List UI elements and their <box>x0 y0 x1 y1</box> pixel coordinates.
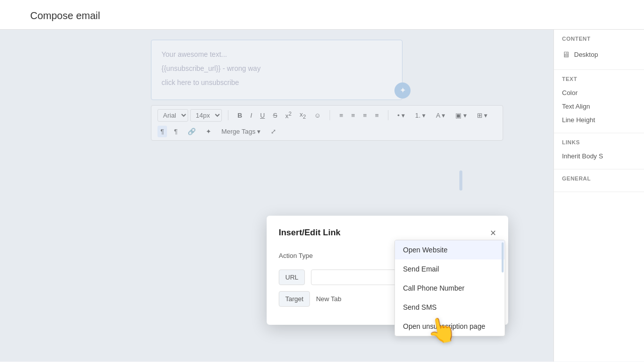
url-label: URL <box>279 269 305 285</box>
cursor-hand-icon: 👆 <box>425 314 459 347</box>
sidebar-textalign-label[interactable]: Text Align <box>562 100 636 113</box>
sidebar-section-content: CONTENT 🖥 Desktop <box>554 30 644 70</box>
sidebar-content-title: CONTENT <box>562 36 636 42</box>
sidebar-desktop-label[interactable]: Desktop <box>574 48 598 61</box>
page-title: Compose email <box>30 10 614 22</box>
page-header: Compose email <box>0 0 644 30</box>
sidebar-section-general: GENERAL <box>554 169 644 192</box>
target-label: Target <box>279 291 310 307</box>
editor-area: Your awesome text... {{unsubscribe_url}}… <box>0 30 553 361</box>
sidebar-links-title: LINKS <box>562 139 636 145</box>
desktop-icon: 🖥 <box>562 50 570 59</box>
modal-close-button[interactable]: × <box>490 228 496 238</box>
sidebar-general-title: GENERAL <box>562 175 636 182</box>
modal-header: Insert/Edit Link × <box>279 228 496 238</box>
dropdown-item-open-website[interactable]: Open Website <box>395 240 505 259</box>
target-value: New Tab <box>316 295 341 303</box>
dropdown-item-call-phone[interactable]: Call Phone Number <box>395 279 505 298</box>
sidebar-text-title: TEXT <box>562 76 636 82</box>
dropdown-item-send-email[interactable]: Send Email <box>395 259 505 279</box>
dropdown-item-send-sms[interactable]: Send SMS <box>395 298 505 317</box>
sidebar-lineheight-label[interactable]: Line Height <box>562 113 636 127</box>
dropdown-scrollbar[interactable] <box>502 242 504 273</box>
sidebar-section-text: TEXT Color Text Align Line Height <box>554 70 644 133</box>
sidebar-section-links: LINKS Inherit Body S <box>554 133 644 169</box>
main-layout: Your awesome text... {{unsubscribe_url}}… <box>0 30 644 361</box>
modal-title: Insert/Edit Link <box>279 228 341 238</box>
right-sidebar: CONTENT 🖥 Desktop TEXT Color Text Align … <box>553 30 644 361</box>
action-type-label: Action Type <box>279 252 329 259</box>
sidebar-color-label[interactable]: Color <box>562 86 636 100</box>
sidebar-inheritbody-label[interactable]: Inherit Body S <box>562 149 636 163</box>
